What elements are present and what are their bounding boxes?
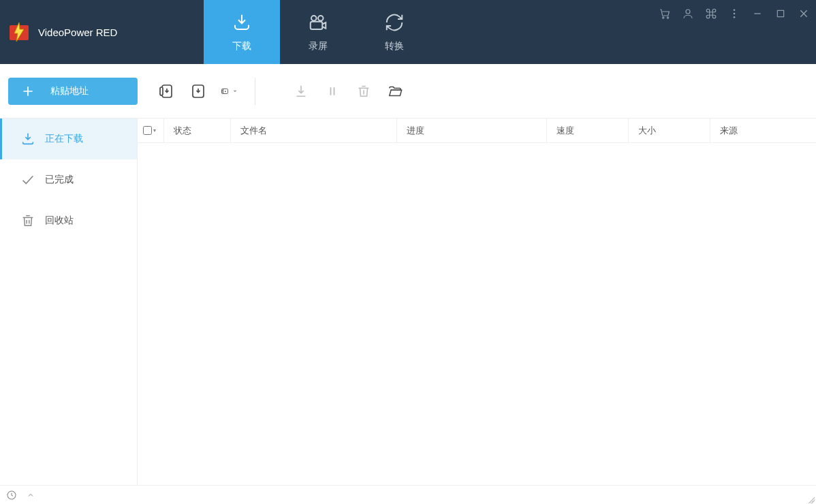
svg-rect-4 (311, 22, 323, 29)
table-body (138, 143, 816, 485)
svg-point-7 (686, 10, 690, 14)
open-folder-icon[interactable] (386, 82, 404, 100)
svg-point-8 (734, 9, 736, 11)
table-header: ▾ 状态 文件名 进度 速度 大小 来源 (138, 119, 816, 143)
chevron-down-icon (232, 88, 238, 95)
chevron-up-icon[interactable] (25, 489, 37, 501)
svg-rect-13 (160, 87, 163, 95)
svg-point-10 (734, 16, 736, 18)
plus-icon (20, 84, 35, 99)
toolbar: 粘贴地址 (0, 64, 816, 119)
command-icon[interactable] (704, 7, 718, 20)
window-controls (658, 7, 811, 20)
sidebar-item-label: 正在下载 (45, 133, 83, 145)
sidebar-item-label: 已完成 (45, 174, 74, 186)
trash-icon (20, 213, 35, 228)
paste-url-label: 粘贴地址 (50, 85, 89, 97)
svg-point-5 (663, 17, 664, 18)
svg-rect-11 (777, 10, 783, 16)
tool-icons-left (158, 82, 238, 100)
tab-record-label: 录屏 (309, 40, 328, 52)
tool-icons-right (292, 82, 404, 100)
sidebar-item-completed[interactable]: 已完成 (0, 159, 137, 200)
toolbar-separator (255, 78, 255, 105)
titlebar: VideoPower RED 下载 录屏 (0, 0, 816, 64)
brand: VideoPower RED (0, 0, 204, 64)
paste-url-button[interactable]: 粘贴地址 (8, 78, 138, 105)
svg-point-9 (734, 13, 736, 15)
tab-convert-label: 转换 (385, 40, 404, 52)
batch-download-icon[interactable] (158, 82, 176, 100)
user-icon[interactable] (681, 7, 695, 20)
svg-point-2 (311, 16, 317, 21)
column-size[interactable]: 大小 (628, 119, 710, 142)
video-settings-icon[interactable] (221, 82, 238, 100)
sidebar: 正在下载 已完成 回收站 (0, 119, 138, 485)
app-title: VideoPower RED (38, 27, 117, 38)
column-name[interactable]: 文件名 (230, 119, 396, 142)
tab-convert[interactable]: 转换 (356, 0, 433, 64)
downloading-icon (20, 131, 35, 146)
main: 正在下载 已完成 回收站 ▾ 状态 文件名 进度 速度 大小 来源 (0, 119, 816, 485)
svg-point-6 (667, 17, 668, 18)
maximize-icon[interactable] (774, 7, 787, 20)
minimize-icon[interactable] (751, 7, 764, 20)
column-progress[interactable]: 进度 (396, 119, 546, 142)
column-status[interactable]: 状态 (163, 119, 230, 142)
sidebar-item-downloading[interactable]: 正在下载 (0, 119, 137, 159)
tab-record[interactable]: 录屏 (280, 0, 356, 64)
sidebar-item-label: 回收站 (45, 215, 74, 227)
select-all-checkbox[interactable]: ▾ (138, 126, 163, 135)
download-file-icon[interactable] (189, 82, 207, 100)
sidebar-item-trash[interactable]: 回收站 (0, 200, 137, 241)
checkbox[interactable] (143, 126, 152, 135)
refresh-icon (383, 12, 405, 33)
column-source[interactable]: 来源 (710, 119, 816, 142)
nav-tabs: 下载 录屏 转换 (204, 0, 433, 64)
clock-icon[interactable] (5, 489, 18, 501)
pause-icon[interactable] (324, 82, 341, 100)
chevron-down-icon[interactable]: ▾ (153, 127, 156, 133)
tab-download[interactable]: 下载 (204, 0, 280, 64)
resize-grip[interactable] (806, 495, 815, 503)
check-icon (20, 172, 35, 187)
content: ▾ 状态 文件名 进度 速度 大小 来源 (138, 119, 816, 485)
cart-icon[interactable] (658, 7, 672, 20)
download-tray-icon (231, 12, 253, 33)
svg-point-3 (318, 16, 324, 21)
app-logo-icon (8, 21, 30, 43)
more-icon[interactable] (727, 7, 741, 20)
start-icon[interactable] (292, 82, 310, 100)
camcorder-icon (307, 12, 329, 33)
tab-download-label: 下载 (232, 40, 251, 52)
statusbar (0, 485, 816, 504)
column-speed[interactable]: 速度 (546, 119, 628, 142)
close-icon[interactable] (797, 7, 811, 20)
delete-icon[interactable] (355, 82, 373, 100)
